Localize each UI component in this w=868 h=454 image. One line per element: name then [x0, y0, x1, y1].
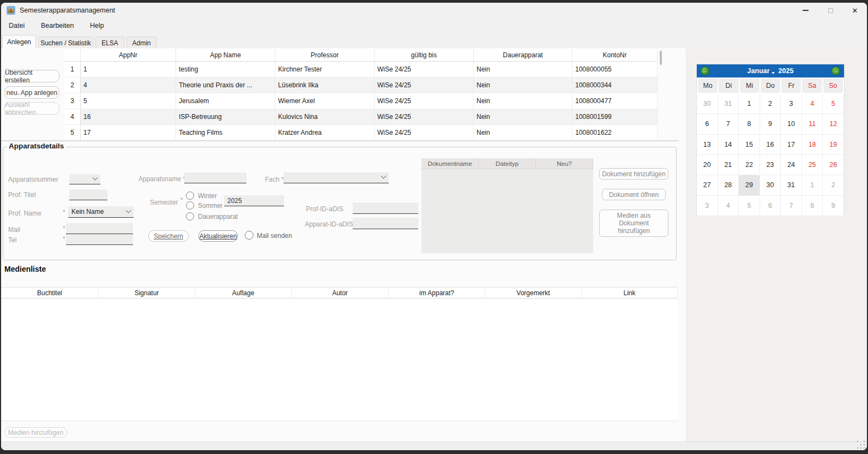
calendar-day[interactable]: 12	[823, 114, 844, 134]
calendar-day[interactable]: 4	[718, 196, 739, 216]
menu-help[interactable]: Help	[90, 22, 104, 29]
calendar-day[interactable]: 13	[697, 135, 718, 155]
ml-header-link[interactable]: Link	[582, 288, 678, 298]
calendar-day[interactable]: 21	[718, 155, 739, 175]
mail-input[interactable]	[66, 223, 133, 234]
grid-vertical-scrollbar[interactable]	[660, 51, 662, 65]
calendar-title[interactable]: Januar 2025	[748, 67, 794, 75]
calendar-day[interactable]: 8	[802, 196, 823, 216]
ml-header-im-apparat[interactable]: im Apparat?	[389, 288, 485, 298]
calendar-month[interactable]: Januar	[748, 67, 770, 75]
calendar-day[interactable]: 9	[760, 114, 781, 134]
calendar-day[interactable]: 30	[697, 94, 718, 114]
dauerapparat-radio[interactable]	[186, 212, 194, 220]
dokument-oeffnen-button[interactable]: Dokument öffnen	[602, 189, 666, 200]
sommer-radio[interactable]	[186, 201, 194, 210]
apparat-id-adis-input[interactable]	[353, 218, 418, 229]
calendar-day[interactable]: 6	[760, 196, 781, 216]
calendar-year[interactable]: 2025	[779, 67, 794, 75]
tab-suchen-statistik[interactable]: Suchen / Statistik	[38, 37, 93, 49]
menu-bearbeiten[interactable]: Bearbeiten	[41, 22, 74, 29]
tab-elsa[interactable]: ELSA	[95, 37, 124, 49]
calendar-day[interactable]: 15	[739, 135, 760, 155]
resize-grip[interactable]	[857, 441, 865, 449]
grid-header-dauerapparat[interactable]: Dauerapparat	[474, 49, 572, 62]
mail-senden-checkbox[interactable]	[245, 231, 254, 240]
menu-datei[interactable]: Datei	[9, 22, 25, 29]
calendar-day[interactable]: 9	[823, 196, 844, 216]
calendar-day[interactable]: 23	[760, 155, 781, 175]
calendar-day[interactable]: 8	[739, 114, 760, 134]
ml-header-vorgemerkt[interactable]: Vorgemerkt	[485, 288, 582, 298]
grid-header-kontonr[interactable]: KontoNr	[572, 49, 658, 62]
tel-input[interactable]	[66, 234, 133, 245]
calendar-day[interactable]: 5	[739, 196, 760, 216]
prof-name-select[interactable]: Kein Name	[68, 206, 134, 218]
doc-header-dokumentname[interactable]: Dokumentname	[421, 158, 479, 169]
apparatsnummer-select[interactable]	[69, 174, 100, 184]
maximize-button[interactable]	[818, 3, 843, 18]
table-row[interactable]: 35JerusalemWiemer AxelWiSe 24/25Nein1008…	[64, 93, 658, 109]
grid-header-appname[interactable]: App Name	[176, 49, 275, 62]
apparatsname-input[interactable]	[184, 172, 246, 183]
calendar-day[interactable]: 10	[781, 114, 802, 134]
uebersicht-erstellen-button[interactable]: Übersicht erstellen	[4, 70, 59, 82]
calendar-day[interactable]: 5	[823, 94, 844, 114]
calendar-day[interactable]: 22	[739, 155, 760, 175]
calendar-day[interactable]: 7	[781, 196, 802, 216]
ml-header-buchtitel[interactable]: Buchtitel	[1, 288, 99, 298]
calendar-day[interactable]: 17	[781, 135, 802, 155]
dokument-hinzufuegen-button[interactable]: Dokument hinzufügen	[599, 168, 668, 180]
calendar-day[interactable]: 24	[781, 155, 802, 175]
calendar-day[interactable]: 11	[802, 114, 823, 134]
calendar-next-button[interactable]: →	[831, 67, 840, 75]
speichern-button[interactable]: Speichern	[148, 230, 189, 242]
doc-header-dateityp[interactable]: Dateityp	[479, 158, 536, 169]
fach-select[interactable]	[284, 172, 389, 183]
winter-radio[interactable]	[186, 192, 194, 200]
calendar-day[interactable]: 3	[781, 94, 802, 114]
neue-app-anlegen-button[interactable]: neu. App anlegen	[4, 86, 59, 99]
calendar-day[interactable]: 31	[718, 94, 739, 114]
ml-header-autor[interactable]: Autor	[292, 288, 389, 298]
prof-id-adis-input[interactable]	[353, 202, 418, 214]
calendar-day[interactable]: 2	[760, 94, 781, 114]
ml-header-auflage[interactable]: Auflage	[195, 288, 292, 298]
ml-header-signatur[interactable]: Signatur	[99, 288, 195, 298]
medien-aus-dokument-button[interactable]: Medien aus Dokument hinzufügen	[599, 210, 668, 237]
minimize-button[interactable]	[793, 3, 818, 18]
aktualisieren-button[interactable]: Aktualisieren	[198, 230, 238, 242]
tab-anlegen[interactable]: Anlegen	[2, 35, 36, 49]
calendar-day[interactable]: 14	[718, 135, 739, 155]
prof-titel-input[interactable]	[69, 189, 107, 200]
tab-admin[interactable]: Admin	[126, 37, 156, 49]
doc-header-neu[interactable]: Neu?	[536, 158, 593, 169]
auswahl-abbrechen-button[interactable]: Auswahl abbrechen	[4, 102, 59, 115]
calendar-day[interactable]: 1	[802, 175, 823, 195]
calendar-day[interactable]: 4	[802, 94, 823, 114]
calendar-day[interactable]: 26	[823, 155, 844, 175]
calendar-day[interactable]: 1	[739, 94, 760, 114]
calendar-day[interactable]: 28	[718, 175, 739, 195]
close-button[interactable]: ✕	[843, 3, 867, 18]
calendar-prev-button[interactable]: ←	[701, 67, 709, 75]
calendar-day[interactable]: 29	[739, 175, 760, 195]
calendar-day[interactable]: 19	[823, 135, 844, 155]
medien-hinzufuegen-button[interactable]: Medien hinzufügen	[4, 427, 67, 438]
calendar-day[interactable]: 27	[697, 175, 718, 195]
semester-jahr-input[interactable]	[224, 195, 284, 206]
calendar-day[interactable]: 31	[781, 175, 802, 195]
calendar-day[interactable]: 3	[697, 196, 718, 216]
calendar-day[interactable]: 6	[697, 114, 718, 134]
table-row[interactable]: 517Teaching FilmsKratzer AndreaWiSe 24/2…	[64, 125, 658, 140]
calendar-day[interactable]: 7	[718, 114, 739, 134]
table-row[interactable]: 24Theorie und Praxis der ...Lüsebrink Il…	[64, 77, 658, 93]
calendar-day[interactable]: 20	[697, 155, 718, 175]
calendar-day[interactable]: 30	[760, 175, 781, 195]
grid-header-appnr[interactable]: AppNr	[81, 49, 176, 62]
calendar-day[interactable]: 16	[760, 135, 781, 155]
table-row[interactable]: 416ISP-BetreuungKulovics NinaWiSe 24/25N…	[64, 109, 658, 125]
table-row[interactable]: 11testingKirchner TesterWiSe 24/25Nein10…	[64, 62, 658, 77]
calendar-day[interactable]: 18	[802, 135, 823, 155]
grid-header-professor[interactable]: Professor	[275, 49, 375, 62]
